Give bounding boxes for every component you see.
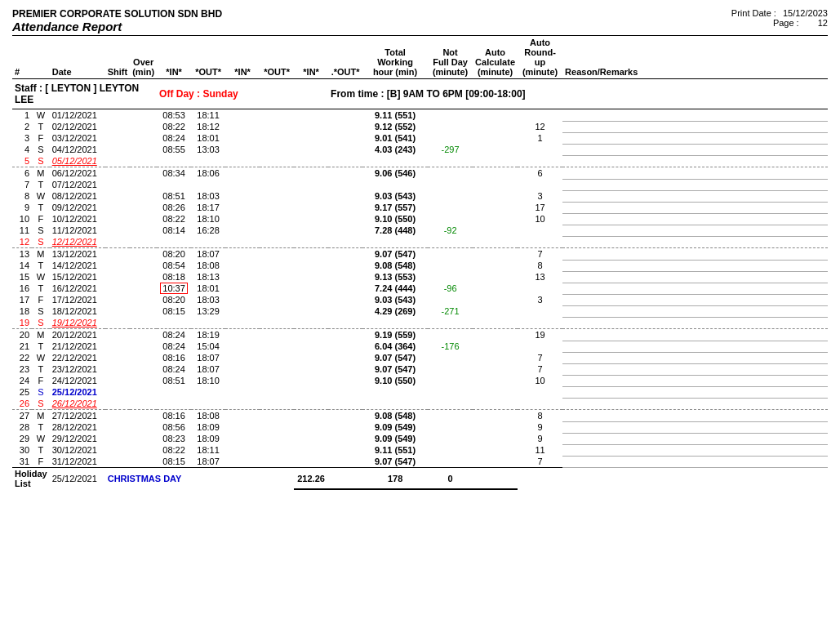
table-row: 16T16/12/202110:3718:017.24 (444)-96: [12, 283, 828, 294]
row-in3: [294, 167, 328, 180]
row-reason: [562, 109, 828, 122]
row-auto-round: 10: [518, 375, 562, 386]
row-reason: [562, 132, 828, 144]
row-date: 27/12/2021: [50, 410, 105, 422]
row-num: 10: [12, 213, 32, 225]
row-num: 8: [12, 190, 32, 202]
row-num: 20: [12, 329, 32, 341]
row-shift: [105, 294, 130, 305]
row-out1: 18:10: [191, 213, 225, 225]
row-working: [362, 179, 428, 190]
row-out1: 18:19: [191, 329, 225, 341]
row-working: 9.12 (552): [362, 121, 428, 132]
row-in2: [225, 363, 260, 375]
row-out1: 18:01: [191, 283, 225, 294]
row-shift: [105, 121, 130, 132]
col-date: Date: [50, 36, 105, 79]
row-date: 09/12/2021: [50, 202, 105, 213]
row-in3: [294, 236, 328, 248]
row-day: M: [32, 167, 50, 180]
row-not-full: [428, 179, 473, 190]
row-over: [130, 271, 157, 283]
row-not-full: [428, 132, 473, 144]
row-over: [130, 260, 157, 271]
row-over: [130, 190, 157, 202]
row-not-full: [428, 386, 473, 398]
row-over: [130, 236, 157, 248]
row-not-full: [428, 155, 473, 167]
row-out1: 18:08: [191, 410, 225, 422]
col-out1: *OUT*: [191, 36, 225, 79]
row-auto-round: [518, 144, 562, 155]
row-auto-calc: [473, 317, 518, 329]
row-shift: [105, 225, 130, 236]
staff-label: Staff : [ LEYTON ] LEYTON LEE: [15, 82, 139, 105]
row-in1: [157, 317, 191, 329]
row-out1: 18:03: [191, 190, 225, 202]
row-shift: [105, 155, 130, 167]
row-auto-round: [518, 225, 562, 236]
row-num: 31: [12, 456, 32, 468]
table-row: 23T23/12/202108:2418:079.07 (547)7: [12, 363, 828, 375]
row-over: [130, 341, 157, 352]
row-num: 25: [12, 386, 32, 398]
row-date: 02/12/2021: [50, 121, 105, 132]
row-in1: 08:24: [157, 341, 191, 352]
row-date: 31/12/2021: [50, 456, 105, 468]
total-reason: [473, 468, 518, 490]
row-in3: [294, 260, 328, 271]
row-over: [130, 363, 157, 375]
row-day: M: [32, 410, 50, 422]
table-row: 7T07/12/2021: [12, 179, 828, 190]
table-header-row: # Date Shift Over(min) *IN* *OUT* *IN* *…: [12, 36, 828, 79]
col-in2: *IN*: [225, 36, 260, 79]
row-working: 9.17 (557): [362, 202, 428, 213]
row-not-full: [428, 167, 473, 180]
row-shift: [105, 398, 130, 410]
row-shift: [105, 190, 130, 202]
row-in2: [225, 375, 260, 386]
row-in3: [294, 283, 328, 294]
row-num: 11: [12, 225, 32, 236]
row-in3: [294, 109, 328, 122]
row-in2: [225, 456, 260, 468]
row-reason: [562, 305, 828, 317]
row-reason: [562, 317, 828, 329]
row-reason: [562, 248, 828, 261]
total-auto-round: 0: [428, 468, 473, 490]
row-date: 18/12/2021: [50, 305, 105, 317]
row-not-full: [428, 444, 473, 456]
row-in1: 08:26: [157, 202, 191, 213]
row-num: 2: [12, 121, 32, 132]
row-shift: [105, 421, 130, 433]
row-shift: [105, 236, 130, 248]
row-in1: 08:34: [157, 167, 191, 180]
row-date: 11/12/2021: [50, 225, 105, 236]
row-in2: [225, 305, 260, 317]
row-auto-calc: [473, 202, 518, 213]
row-not-full: [428, 294, 473, 305]
row-out2: [260, 352, 294, 363]
row-over: [130, 202, 157, 213]
row-date: 22/12/2021: [50, 352, 105, 363]
row-num: 1: [12, 109, 32, 122]
row-over: [130, 352, 157, 363]
row-working: 9.19 (559): [362, 329, 428, 341]
row-in2: [225, 317, 260, 329]
row-out1: 18:07: [191, 352, 225, 363]
row-in3: [294, 155, 328, 167]
row-not-full: [428, 398, 473, 410]
row-auto-calc: [473, 294, 518, 305]
row-in2: [225, 179, 260, 190]
row-in2: [225, 155, 260, 167]
row-over: [130, 386, 157, 398]
row-not-full: [428, 433, 473, 444]
row-out2: [260, 375, 294, 386]
table-row: 14T14/12/202108:5418:089.08 (548)8: [12, 260, 828, 271]
row-date: 12/12/2021: [50, 236, 105, 248]
row-auto-round: 10: [518, 213, 562, 225]
row-out3: [328, 329, 362, 341]
row-day: F: [32, 456, 50, 468]
row-day: T: [32, 444, 50, 456]
table-row: 24F24/12/202108:5118:109.10 (550)10: [12, 375, 828, 386]
